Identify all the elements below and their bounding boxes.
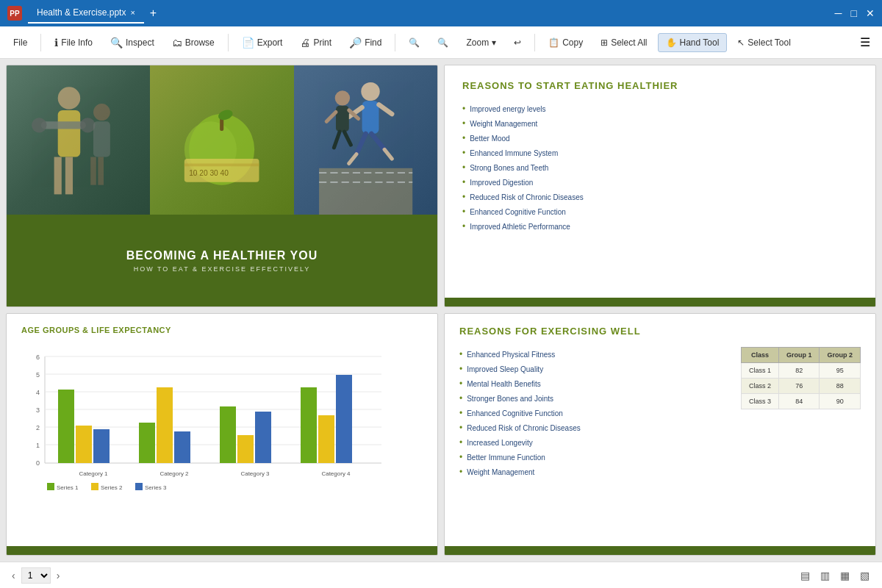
hand-tool-label: Hand Tool xyxy=(680,37,720,48)
select-tool-icon: ↖ xyxy=(737,37,745,48)
minimize-btn[interactable]: ─ xyxy=(835,7,842,19)
copy-btn[interactable]: 📋 Copy xyxy=(541,34,590,51)
table-header-class: Class xyxy=(741,348,778,363)
table-cell: 95 xyxy=(820,363,861,379)
bullet-item: Reduced Risk of Chronic Diseases xyxy=(462,190,858,204)
svg-text:2: 2 xyxy=(36,424,40,431)
svg-rect-50 xyxy=(58,390,74,463)
zoom-out-btn[interactable]: 🔍 xyxy=(401,34,427,51)
slide2-bottom-bar xyxy=(445,298,875,306)
svg-rect-19 xyxy=(362,101,379,133)
print-btn[interactable]: 🖨 Print xyxy=(293,33,339,52)
close-btn[interactable]: ✕ xyxy=(866,7,875,19)
rotate-btn[interactable]: ↩ xyxy=(506,34,528,51)
table-cell: Class 3 xyxy=(741,394,778,409)
zoom-chevron: ▾ xyxy=(492,37,496,48)
svg-rect-10 xyxy=(98,157,104,185)
hand-tool-btn[interactable]: ✋ Hand Tool xyxy=(658,33,728,52)
svg-text:Category 4: Category 4 xyxy=(321,470,351,477)
slide4-bottom-bar xyxy=(445,546,875,555)
tab-close-btn[interactable]: × xyxy=(130,8,135,17)
select-all-btn[interactable]: ⊞ Select All xyxy=(593,34,654,51)
svg-line-25 xyxy=(384,149,392,159)
svg-rect-60 xyxy=(255,412,271,463)
slide2-bullets: Improved energy levels Weight Management… xyxy=(462,101,858,234)
slide-4-panel[interactable]: REASONS FOR EXERCISING WELL Enhanced Phy… xyxy=(444,313,876,556)
svg-rect-63 xyxy=(318,415,334,463)
svg-rect-68 xyxy=(91,483,98,490)
browse-btn[interactable]: 🗂 Browse xyxy=(165,33,222,52)
slide1-subtitle: HOW TO EAT & EXERCISE EFFECTIVELY xyxy=(134,265,311,273)
svg-text:5: 5 xyxy=(36,371,40,379)
svg-rect-1 xyxy=(58,110,81,157)
svg-rect-8 xyxy=(93,121,110,157)
bullet-item: Improved Digestion xyxy=(462,175,858,190)
slide4-heading: REASONS FOR EXERCISING WELL xyxy=(459,326,861,337)
chart-title: AGE GROUPS & LIFE EXPECTANCY xyxy=(21,326,423,334)
rotate-icon: ↩ xyxy=(514,37,521,48)
main-area: 10 20 30 40 xyxy=(0,59,882,562)
svg-rect-32 xyxy=(319,168,412,215)
slide4-bullets: Enhanced Physical Fitness Improved Sleep… xyxy=(459,347,729,479)
find-label: Find xyxy=(365,37,381,48)
table-header-group1: Group 1 xyxy=(778,348,820,363)
chart-area: 6 5 4 3 2 1 0 Category 1 xyxy=(21,349,423,481)
slide2-heading: REASONS TO START EATING HEALTHIER xyxy=(462,80,858,91)
file-menu-btn[interactable]: File xyxy=(6,34,35,51)
bar-chart-svg: 6 5 4 3 2 1 0 Category 1 xyxy=(21,349,389,492)
slide-3-panel[interactable]: AGE GROUPS & LIFE EXPECTANCY 6 5 4 3 2 1… xyxy=(6,313,438,556)
svg-rect-51 xyxy=(76,426,92,463)
hamburger-menu-btn[interactable]: ☰ xyxy=(854,32,876,53)
slide-2-panel[interactable]: REASONS TO START EATING HEALTHIER Improv… xyxy=(444,65,876,307)
inspect-icon: 🔍 xyxy=(110,37,123,49)
slide4-content: Enhanced Physical Fitness Improved Sleep… xyxy=(459,347,861,479)
table-row: Class 2 76 88 xyxy=(741,379,860,394)
new-tab-btn[interactable]: + xyxy=(150,7,157,20)
maximize-btn[interactable]: □ xyxy=(851,7,857,19)
zoom-btn[interactable]: Zoom ▾ xyxy=(459,34,503,51)
select-all-label: Select All xyxy=(611,37,647,48)
svg-text:Series 1: Series 1 xyxy=(57,484,79,491)
svg-rect-56 xyxy=(174,431,190,463)
svg-rect-52 xyxy=(93,429,110,463)
print-icon: 🖨 xyxy=(300,37,310,49)
svg-text:Category 3: Category 3 xyxy=(240,470,270,477)
browse-label: Browse xyxy=(185,37,215,48)
toolbar: File ℹ File Info 🔍 Inspect 🗂 Browse 📄 Ex… xyxy=(0,26,882,59)
svg-text:4: 4 xyxy=(36,389,40,396)
view-thumbnails-btn[interactable]: ▧ xyxy=(856,567,873,584)
view-grid-btn[interactable]: ▦ xyxy=(836,567,853,584)
table-cell: 76 xyxy=(778,379,820,394)
view-single-btn[interactable]: ▤ xyxy=(797,567,814,584)
slide4-table: Class Group 1 Group 2 Class 1 82 95 Clas… xyxy=(741,347,861,479)
svg-rect-16 xyxy=(184,163,259,166)
next-page-btn[interactable]: › xyxy=(54,568,63,583)
page-select[interactable]: 1 xyxy=(21,567,51,584)
svg-text:Series 2: Series 2 xyxy=(101,484,123,491)
prev-page-btn[interactable]: ‹ xyxy=(9,568,18,583)
file-info-btn[interactable]: ℹ File Info xyxy=(47,33,100,52)
svg-rect-58 xyxy=(220,406,236,463)
svg-text:0: 0 xyxy=(36,459,40,467)
find-btn[interactable]: 🔎 Find xyxy=(342,33,389,52)
slide1-footer: BECOMING A HEALTHIER YOU HOW TO EAT & EX… xyxy=(7,215,437,306)
inspect-label: Inspect xyxy=(126,37,154,48)
bullet-item: Enhanced Cognitive Function xyxy=(459,406,729,420)
data-table: Class Group 1 Group 2 Class 1 82 95 Clas… xyxy=(741,347,861,409)
slide-1-panel[interactable]: 10 20 30 40 xyxy=(6,65,438,307)
svg-rect-64 xyxy=(336,375,352,463)
table-row: Class 1 82 95 xyxy=(741,363,860,379)
slide1-title: BECOMING A HEALTHIER YOU xyxy=(126,249,318,262)
select-tool-btn[interactable]: ↖ Select Tool xyxy=(730,34,797,51)
svg-text:6: 6 xyxy=(36,354,40,361)
zoom-in-btn[interactable]: 🔍 xyxy=(430,34,456,51)
svg-line-28 xyxy=(326,112,336,122)
export-btn[interactable]: 📄 Export xyxy=(234,33,290,52)
file-info-icon: ℹ xyxy=(54,37,58,49)
title-tab[interactable]: Health & Exercise.pptx × xyxy=(28,3,144,24)
table-cell: Class 1 xyxy=(741,363,778,379)
inspect-btn[interactable]: 🔍 Inspect xyxy=(103,33,162,52)
view-double-btn[interactable]: ▥ xyxy=(817,567,833,584)
svg-rect-54 xyxy=(139,423,155,463)
app-icon: PP xyxy=(7,6,22,21)
